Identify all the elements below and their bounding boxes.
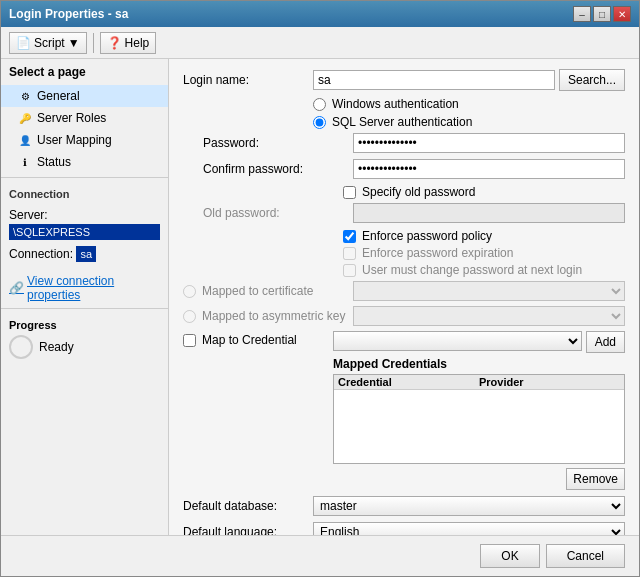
- login-name-row: Login name: Search...: [183, 69, 625, 91]
- mapped-cert-label: Mapped to certificate: [202, 284, 313, 298]
- server-label: Server:: [9, 208, 48, 222]
- specify-old-password-checkbox[interactable]: [343, 186, 356, 199]
- default-language-label: Default language:: [183, 525, 313, 535]
- cancel-button[interactable]: Cancel: [546, 544, 625, 568]
- help-button[interactable]: ❓ Help: [100, 32, 157, 54]
- toolbar-separator: [93, 33, 94, 53]
- credential-right: Add Mapped Credentials Credential Provid…: [333, 331, 625, 490]
- user-must-change-label: User must change password at next login: [362, 263, 582, 277]
- policy-section: Enforce password policy Enforce password…: [343, 229, 625, 277]
- sql-auth-radio[interactable]: [313, 116, 326, 129]
- progress-spinner: [9, 335, 33, 359]
- title-bar: Login Properties - sa – □ ✕: [1, 1, 639, 27]
- mapped-credentials-label: Mapped Credentials: [333, 357, 625, 371]
- map-credential-label: Map to Credential: [202, 333, 297, 347]
- sidebar: Select a page ⚙ General 🔑 Server Roles 👤…: [1, 59, 169, 535]
- server-label-row: Server: \SQLEXPRESS: [9, 208, 160, 240]
- sidebar-item-status[interactable]: ℹ Status: [1, 151, 168, 173]
- server-info: Server: \SQLEXPRESS Connection: sa: [1, 202, 168, 272]
- mapped-asym-radio[interactable]: [183, 310, 196, 323]
- status-icon: ℹ: [17, 154, 33, 170]
- mapped-asym-label: Mapped to asymmetric key: [202, 309, 345, 323]
- mapped-cert-row: Mapped to certificate: [183, 281, 625, 301]
- progress-section: Progress Ready: [1, 313, 168, 365]
- view-connection-icon: 🔗: [9, 281, 24, 295]
- confirm-password-row: Confirm password:: [183, 159, 625, 179]
- server-name: \SQLEXPRESS: [9, 224, 160, 240]
- user-must-change-checkbox[interactable]: [343, 264, 356, 277]
- default-database-label: Default database:: [183, 499, 313, 513]
- connection-value: sa: [76, 246, 96, 262]
- sidebar-item-general[interactable]: ⚙ General: [1, 85, 168, 107]
- main-panel: Login name: Search... Windows authentica…: [169, 59, 639, 535]
- old-password-label: Old password:: [183, 206, 353, 220]
- provider-column-header: Provider: [479, 376, 620, 388]
- credential-top-row: Add: [333, 331, 625, 353]
- mapped-credentials-header: Credential Provider: [334, 375, 624, 390]
- close-button[interactable]: ✕: [613, 6, 631, 22]
- window-title: Login Properties - sa: [9, 7, 128, 21]
- help-label: Help: [125, 36, 150, 50]
- connection-label: Connection:: [9, 247, 73, 261]
- mapped-asym-select[interactable]: [353, 306, 625, 326]
- map-credential-checkbox[interactable]: [183, 334, 196, 347]
- enforce-policy-checkbox[interactable]: [343, 230, 356, 243]
- maximize-button[interactable]: □: [593, 6, 611, 22]
- content-area: Select a page ⚙ General 🔑 Server Roles 👤…: [1, 59, 639, 535]
- mapped-asym-row: Mapped to asymmetric key: [183, 306, 625, 326]
- mapped-cert-select[interactable]: [353, 281, 625, 301]
- enforce-expiration-row: Enforce password expiration: [343, 246, 625, 260]
- sql-auth-label: SQL Server authentication: [332, 115, 472, 129]
- old-password-input[interactable]: [353, 203, 625, 223]
- enforce-policy-row: Enforce password policy: [343, 229, 625, 243]
- enforce-policy-label: Enforce password policy: [362, 229, 492, 243]
- enforce-expiration-checkbox[interactable]: [343, 247, 356, 260]
- server-roles-icon: 🔑: [17, 110, 33, 126]
- credential-select[interactable]: [333, 331, 582, 351]
- default-language-select[interactable]: English: [313, 522, 625, 535]
- windows-auth-label: Windows authentication: [332, 97, 459, 111]
- sidebar-divider: [1, 177, 168, 178]
- connection-section-label: Connection: [1, 182, 168, 202]
- script-label: Script: [34, 36, 65, 50]
- user-mapping-icon: 👤: [17, 132, 33, 148]
- script-dropdown-icon: ▼: [68, 36, 80, 50]
- password-row: Password:: [183, 133, 625, 153]
- search-button[interactable]: Search...: [559, 69, 625, 91]
- remove-button[interactable]: Remove: [566, 468, 625, 490]
- sidebar-header: Select a page: [1, 59, 168, 85]
- user-must-change-row: User must change password at next login: [343, 263, 625, 277]
- map-credential-section: Map to Credential Add Mapped Credentials…: [183, 331, 625, 490]
- mapped-credentials-box: Credential Provider: [333, 374, 625, 464]
- credential-column-header: Credential: [338, 376, 479, 388]
- specify-old-password-section: Specify old password: [343, 185, 625, 199]
- sidebar-item-status-label: Status: [37, 155, 71, 169]
- script-button[interactable]: 📄 Script ▼: [9, 32, 87, 54]
- general-icon: ⚙: [17, 88, 33, 104]
- help-icon: ❓: [107, 36, 122, 50]
- login-name-label: Login name:: [183, 73, 313, 87]
- add-credential-button[interactable]: Add: [586, 331, 625, 353]
- login-name-input[interactable]: [313, 70, 555, 90]
- windows-auth-row: Windows authentication: [313, 97, 625, 111]
- sql-auth-row: SQL Server authentication: [313, 115, 625, 129]
- default-database-select[interactable]: master: [313, 496, 625, 516]
- sidebar-item-server-roles[interactable]: 🔑 Server Roles: [1, 107, 168, 129]
- confirm-password-input[interactable]: [353, 159, 625, 179]
- progress-header: Progress: [9, 319, 160, 331]
- enforce-expiration-label: Enforce password expiration: [362, 246, 513, 260]
- minimize-button[interactable]: –: [573, 6, 591, 22]
- sidebar-item-user-mapping[interactable]: 👤 User Mapping: [1, 129, 168, 151]
- script-icon: 📄: [16, 36, 31, 50]
- sidebar-item-server-roles-label: Server Roles: [37, 111, 106, 125]
- password-input[interactable]: [353, 133, 625, 153]
- specify-old-password-label: Specify old password: [362, 185, 475, 199]
- windows-auth-radio[interactable]: [313, 98, 326, 111]
- password-label: Password:: [183, 136, 353, 150]
- view-connection-text: View connection properties: [27, 274, 160, 302]
- ok-button[interactable]: OK: [480, 544, 539, 568]
- view-connection-link[interactable]: 🔗 View connection properties: [1, 272, 168, 304]
- sidebar-item-general-label: General: [37, 89, 80, 103]
- mapped-cert-radio[interactable]: [183, 285, 196, 298]
- sidebar-item-user-mapping-label: User Mapping: [37, 133, 112, 147]
